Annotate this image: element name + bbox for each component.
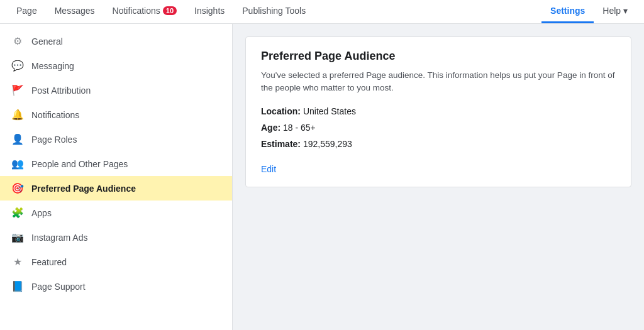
nav-item-settings[interactable]: Settings xyxy=(541,0,594,23)
nav-item-insights[interactable]: Insights xyxy=(186,0,233,23)
field-label-location: Location: xyxy=(261,106,303,116)
sidebar-item-label-page-roles: Page Roles xyxy=(31,135,77,145)
featured-icon: ★ xyxy=(10,256,25,268)
field-label-age: Age: xyxy=(261,123,283,133)
notification-badge: 10 xyxy=(163,6,177,15)
sidebar-item-page-roles[interactable]: 👤Page Roles xyxy=(0,127,232,151)
nav-item-notifications[interactable]: Notifications10 xyxy=(104,0,186,23)
sidebar-item-label-people-and-other-pages: People and Other Pages xyxy=(31,159,128,169)
sidebar-item-apps[interactable]: 🧩Apps xyxy=(0,201,232,225)
preferred-page-audience-icon: 🎯 xyxy=(10,182,25,194)
nav-item-messages[interactable]: Messages xyxy=(46,0,104,23)
sidebar-item-instagram-ads[interactable]: 📷Instagram Ads xyxy=(0,225,232,250)
top-nav-right: SettingsHelp ▾ xyxy=(541,0,636,23)
sidebar-item-label-general: General xyxy=(31,36,63,47)
sidebar-item-page-support[interactable]: 📘Page Support xyxy=(0,274,232,299)
field-value-estimate: 192,559,293 xyxy=(303,139,352,149)
content-area: Preferred Page Audience You've selected … xyxy=(233,24,644,330)
top-navigation: PageMessagesNotifications10InsightsPubli… xyxy=(0,0,644,24)
info-row-age: Age: 18 - 65+ xyxy=(261,123,616,133)
sidebar: ⚙General💬Messaging🚩Post Attribution🔔Noti… xyxy=(0,24,233,330)
info-row-estimate: Estimate: 192,559,293 xyxy=(261,139,616,149)
edit-link[interactable]: Edit xyxy=(261,164,276,174)
field-label-estimate: Estimate: xyxy=(261,139,303,149)
sidebar-item-post-attribution[interactable]: 🚩Post Attribution xyxy=(0,78,232,102)
instagram-ads-icon: 📷 xyxy=(10,231,25,243)
page-support-icon: 📘 xyxy=(10,280,25,292)
sidebar-item-label-post-attribution: Post Attribution xyxy=(31,85,91,96)
sidebar-item-label-page-support: Page Support xyxy=(31,282,86,292)
sidebar-item-people-and-other-pages[interactable]: 👥People and Other Pages xyxy=(0,151,232,176)
content-description: You've selected a preferred Page audienc… xyxy=(261,69,616,95)
sidebar-item-notifications[interactable]: 🔔Notifications xyxy=(0,102,232,127)
sidebar-item-label-messaging: Messaging xyxy=(31,61,74,71)
sidebar-item-label-featured: Featured xyxy=(31,257,67,267)
people-and-other-pages-icon: 👥 xyxy=(10,158,25,170)
sidebar-item-label-preferred-page-audience: Preferred Page Audience xyxy=(31,184,136,194)
sidebar-item-featured[interactable]: ★Featured xyxy=(0,250,232,274)
messaging-icon: 💬 xyxy=(10,60,25,72)
notifications-icon: 🔔 xyxy=(10,109,25,121)
nav-item-help[interactable]: Help ▾ xyxy=(594,0,636,23)
field-value-age: 18 - 65+ xyxy=(283,123,316,133)
sidebar-item-messaging[interactable]: 💬Messaging xyxy=(0,53,232,78)
sidebar-item-preferred-page-audience[interactable]: 🎯Preferred Page Audience xyxy=(0,176,232,201)
sidebar-item-general[interactable]: ⚙General xyxy=(0,29,232,53)
nav-item-publishing-tools[interactable]: Publishing Tools xyxy=(233,0,314,23)
field-value-location: United States xyxy=(303,106,356,116)
content-title: Preferred Page Audience xyxy=(261,50,616,63)
sidebar-item-label-instagram-ads: Instagram Ads xyxy=(31,233,88,243)
nav-item-page[interactable]: Page xyxy=(8,0,46,23)
page-roles-icon: 👤 xyxy=(10,133,25,145)
info-row-location: Location: United States xyxy=(261,106,616,116)
sidebar-item-label-apps: Apps xyxy=(31,208,52,218)
content-card: Preferred Page Audience You've selected … xyxy=(245,36,631,187)
apps-icon: 🧩 xyxy=(10,207,25,219)
main-layout: ⚙General💬Messaging🚩Post Attribution🔔Noti… xyxy=(0,24,644,330)
sidebar-item-label-notifications: Notifications xyxy=(31,110,79,120)
post-attribution-icon: 🚩 xyxy=(10,84,25,96)
general-icon: ⚙ xyxy=(10,35,25,47)
